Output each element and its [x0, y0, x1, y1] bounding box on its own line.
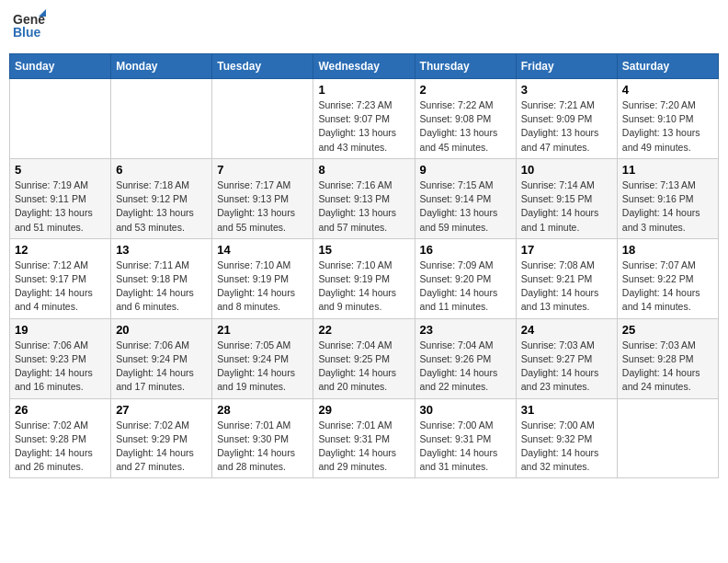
day-number: 6: [116, 163, 207, 177]
day-info: Sunrise: 7:07 AM Sunset: 9:22 PM Dayligh…: [622, 259, 713, 315]
calendar-week-2: 5Sunrise: 7:19 AM Sunset: 9:11 PM Daylig…: [10, 158, 719, 238]
calendar-cell: 26Sunrise: 7:02 AM Sunset: 9:28 PM Dayli…: [10, 398, 111, 478]
day-info: Sunrise: 7:08 AM Sunset: 9:21 PM Dayligh…: [521, 259, 612, 315]
calendar-cell: 20Sunrise: 7:06 AM Sunset: 9:24 PM Dayli…: [111, 318, 212, 398]
calendar-cell: 7Sunrise: 7:17 AM Sunset: 9:13 PM Daylig…: [212, 158, 313, 238]
day-info: Sunrise: 7:14 AM Sunset: 9:15 PM Dayligh…: [521, 178, 612, 235]
day-info: Sunrise: 7:21 AM Sunset: 9:09 PM Dayligh…: [521, 98, 612, 155]
day-number: 17: [521, 243, 612, 257]
calendar-cell: 14Sunrise: 7:10 AM Sunset: 9:19 PM Dayli…: [212, 238, 313, 318]
day-number: 3: [521, 83, 612, 97]
day-info: Sunrise: 7:18 AM Sunset: 9:12 PM Dayligh…: [116, 178, 207, 235]
calendar-cell: 1Sunrise: 7:23 AM Sunset: 9:07 PM Daylig…: [313, 79, 415, 159]
svg-text:Blue: Blue: [13, 25, 41, 40]
day-number: 1: [318, 83, 409, 97]
day-number: 16: [420, 243, 511, 257]
day-info: Sunrise: 7:02 AM Sunset: 9:28 PM Dayligh…: [15, 419, 106, 475]
calendar-cell: 17Sunrise: 7:08 AM Sunset: 9:21 PM Dayli…: [516, 238, 617, 318]
day-info: Sunrise: 7:13 AM Sunset: 9:16 PM Dayligh…: [622, 178, 713, 235]
day-number: 13: [116, 243, 207, 257]
day-info: Sunrise: 7:03 AM Sunset: 9:28 PM Dayligh…: [622, 339, 713, 395]
day-number: 29: [318, 403, 409, 417]
calendar-body: 1Sunrise: 7:23 AM Sunset: 9:07 PM Daylig…: [10, 79, 719, 478]
calendar-cell: 9Sunrise: 7:15 AM Sunset: 9:14 PM Daylig…: [415, 158, 516, 238]
calendar-cell: 31Sunrise: 7:00 AM Sunset: 9:32 PM Dayli…: [516, 398, 617, 478]
calendar-cell: 13Sunrise: 7:11 AM Sunset: 9:18 PM Dayli…: [111, 238, 212, 318]
logo-mark: General Blue: [13, 9, 46, 46]
day-info: Sunrise: 7:00 AM Sunset: 9:32 PM Dayligh…: [521, 419, 612, 475]
calendar-cell: 28Sunrise: 7:01 AM Sunset: 9:30 PM Dayli…: [212, 398, 313, 478]
day-number: 10: [521, 163, 612, 177]
day-number: 27: [116, 403, 207, 417]
calendar-cell: [617, 398, 718, 478]
weekday-header-monday: Monday: [111, 54, 212, 79]
calendar-cell: 3Sunrise: 7:21 AM Sunset: 9:09 PM Daylig…: [516, 79, 617, 159]
day-number: 7: [217, 163, 308, 177]
day-number: 2: [420, 83, 511, 97]
calendar-cell: 16Sunrise: 7:09 AM Sunset: 9:20 PM Dayli…: [415, 238, 516, 318]
day-info: Sunrise: 7:06 AM Sunset: 9:23 PM Dayligh…: [15, 339, 106, 395]
page-header: General Blue: [9, 9, 719, 46]
day-number: 22: [318, 323, 409, 337]
day-info: Sunrise: 7:01 AM Sunset: 9:30 PM Dayligh…: [217, 419, 308, 475]
day-number: 8: [318, 163, 409, 177]
day-number: 23: [420, 323, 511, 337]
day-info: Sunrise: 7:23 AM Sunset: 9:07 PM Dayligh…: [318, 98, 409, 155]
day-info: Sunrise: 7:02 AM Sunset: 9:29 PM Dayligh…: [116, 419, 207, 475]
day-info: Sunrise: 7:16 AM Sunset: 9:13 PM Dayligh…: [318, 178, 409, 235]
day-info: Sunrise: 7:20 AM Sunset: 9:10 PM Dayligh…: [622, 98, 713, 155]
calendar-cell: 12Sunrise: 7:12 AM Sunset: 9:17 PM Dayli…: [10, 238, 111, 318]
day-number: 9: [420, 163, 511, 177]
day-number: 30: [420, 403, 511, 417]
calendar-cell: 21Sunrise: 7:05 AM Sunset: 9:24 PM Dayli…: [212, 318, 313, 398]
day-number: 21: [217, 323, 308, 337]
calendar-cell: [212, 79, 313, 159]
calendar-header: SundayMondayTuesdayWednesdayThursdayFrid…: [10, 54, 719, 79]
day-info: Sunrise: 7:09 AM Sunset: 9:20 PM Dayligh…: [420, 259, 511, 315]
day-number: 20: [116, 323, 207, 337]
day-number: 15: [318, 243, 409, 257]
day-info: Sunrise: 7:17 AM Sunset: 9:13 PM Dayligh…: [217, 178, 308, 235]
day-number: 26: [15, 403, 106, 417]
weekday-header-sunday: Sunday: [10, 54, 111, 79]
calendar-cell: 11Sunrise: 7:13 AM Sunset: 9:16 PM Dayli…: [617, 158, 718, 238]
day-info: Sunrise: 7:03 AM Sunset: 9:27 PM Dayligh…: [521, 339, 612, 395]
weekday-header-friday: Friday: [516, 54, 617, 79]
day-number: 28: [217, 403, 308, 417]
day-info: Sunrise: 7:10 AM Sunset: 9:19 PM Dayligh…: [318, 259, 409, 315]
day-number: 4: [622, 83, 713, 97]
day-info: Sunrise: 7:01 AM Sunset: 9:31 PM Dayligh…: [318, 419, 409, 475]
day-info: Sunrise: 7:22 AM Sunset: 9:08 PM Dayligh…: [420, 98, 511, 155]
day-number: 25: [622, 323, 713, 337]
day-number: 18: [622, 243, 713, 257]
day-number: 14: [217, 243, 308, 257]
weekday-header-tuesday: Tuesday: [212, 54, 313, 79]
day-number: 24: [521, 323, 612, 337]
calendar-cell: 2Sunrise: 7:22 AM Sunset: 9:08 PM Daylig…: [415, 79, 516, 159]
calendar-cell: 19Sunrise: 7:06 AM Sunset: 9:23 PM Dayli…: [10, 318, 111, 398]
calendar-week-1: 1Sunrise: 7:23 AM Sunset: 9:07 PM Daylig…: [10, 79, 719, 159]
day-info: Sunrise: 7:19 AM Sunset: 9:11 PM Dayligh…: [15, 178, 106, 235]
day-number: 12: [15, 243, 106, 257]
calendar-cell: [10, 79, 111, 159]
weekday-header-saturday: Saturday: [617, 54, 718, 79]
calendar-week-5: 26Sunrise: 7:02 AM Sunset: 9:28 PM Dayli…: [10, 398, 719, 478]
day-number: 5: [15, 163, 106, 177]
logo: General Blue: [13, 9, 46, 46]
calendar-week-3: 12Sunrise: 7:12 AM Sunset: 9:17 PM Dayli…: [10, 238, 719, 318]
day-info: Sunrise: 7:05 AM Sunset: 9:24 PM Dayligh…: [217, 339, 308, 395]
calendar-cell: 25Sunrise: 7:03 AM Sunset: 9:28 PM Dayli…: [617, 318, 718, 398]
day-info: Sunrise: 7:12 AM Sunset: 9:17 PM Dayligh…: [15, 259, 106, 315]
calendar-week-4: 19Sunrise: 7:06 AM Sunset: 9:23 PM Dayli…: [10, 318, 719, 398]
calendar-cell: 27Sunrise: 7:02 AM Sunset: 9:29 PM Dayli…: [111, 398, 212, 478]
day-info: Sunrise: 7:04 AM Sunset: 9:25 PM Dayligh…: [318, 339, 409, 395]
weekday-header-thursday: Thursday: [415, 54, 516, 79]
calendar-cell: [111, 79, 212, 159]
calendar-cell: 10Sunrise: 7:14 AM Sunset: 9:15 PM Dayli…: [516, 158, 617, 238]
weekday-header-wednesday: Wednesday: [313, 54, 415, 79]
calendar-cell: 29Sunrise: 7:01 AM Sunset: 9:31 PM Dayli…: [313, 398, 415, 478]
day-info: Sunrise: 7:04 AM Sunset: 9:26 PM Dayligh…: [420, 339, 511, 395]
day-info: Sunrise: 7:15 AM Sunset: 9:14 PM Dayligh…: [420, 178, 511, 235]
day-info: Sunrise: 7:06 AM Sunset: 9:24 PM Dayligh…: [116, 339, 207, 395]
day-number: 19: [15, 323, 106, 337]
